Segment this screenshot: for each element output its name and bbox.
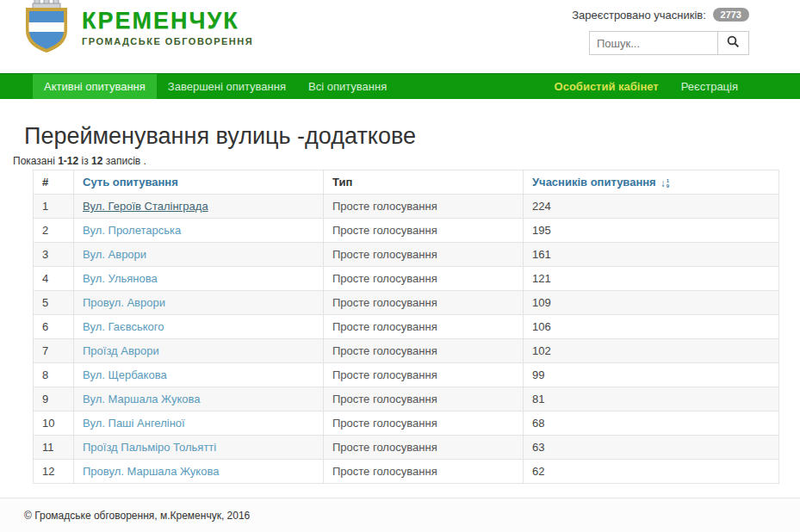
- participants-cell: 161: [524, 243, 779, 267]
- poll-link[interactable]: Вул. Ульянова: [83, 272, 158, 285]
- main-nav: Активні опитуванняЗавершені опитуванняВс…: [0, 73, 800, 99]
- table-row: 7 Проїзд Аврори Просте голосування 102: [34, 339, 779, 363]
- search-box: [572, 31, 749, 55]
- table-header-row: # Суть опитування Тип Учасників опитуван…: [34, 170, 779, 195]
- sort-numeric-icon: ↓19: [660, 178, 669, 189]
- poll-name-cell: Провул. Маршала Жукова: [74, 460, 324, 484]
- header-right: Зареєстровано учасників: 2773: [572, 8, 749, 55]
- poll-link[interactable]: Вул. Аврори: [83, 248, 146, 261]
- poll-name-cell: Вул. Пролетарська: [74, 219, 324, 243]
- poll-link[interactable]: Провул. Аврори: [83, 296, 165, 309]
- row-number-cell: 9: [34, 387, 74, 411]
- participants-cell: 99: [524, 363, 779, 387]
- nav-right-link[interactable]: Реєстрація: [670, 74, 749, 99]
- poll-type-cell: Просте голосування: [324, 267, 524, 291]
- participants-cell: 81: [524, 387, 779, 411]
- row-number-cell: 7: [34, 339, 74, 363]
- poll-type-cell: Просте голосування: [324, 460, 524, 484]
- summary-middle: із: [82, 155, 89, 167]
- summary-prefix: Показані: [13, 155, 55, 167]
- poll-name-cell: Проїзд Аврори: [74, 339, 324, 363]
- polls-table: # Суть опитування Тип Учасників опитуван…: [33, 170, 779, 484]
- column-header-number: #: [34, 170, 74, 195]
- row-number-cell: 4: [34, 267, 74, 291]
- poll-name-cell: Провул. Аврори: [74, 291, 324, 315]
- brand-text: КРЕМЕНЧУК ГРОМАДСЬКЕ ОБГОВОРЕННЯ: [82, 0, 253, 58]
- poll-link[interactable]: Проїзд Аврори: [83, 344, 159, 357]
- poll-type-cell: Просте голосування: [324, 291, 524, 315]
- site-footer: © Громадське обговорення, м.Кременчук, 2…: [0, 498, 800, 532]
- search-icon: [727, 35, 740, 51]
- copyright-text: © Громадське обговорення, м.Кременчук, 2…: [24, 510, 250, 522]
- table-row: 4 Вул. Ульянова Просте голосування 121: [34, 267, 779, 291]
- summary-total: 12: [91, 155, 102, 167]
- row-number-cell: 6: [34, 315, 74, 339]
- poll-link[interactable]: Провул. Маршала Жукова: [83, 465, 219, 478]
- poll-name-cell: Вул. Гаєвського: [74, 315, 324, 339]
- page-title: Перейменування вулиць -додаткове: [24, 123, 800, 149]
- poll-type-cell: Просте голосування: [324, 363, 524, 387]
- poll-name-cell: Проїзд Пальміро Тольятті: [74, 436, 324, 460]
- nav-tab[interactable]: Всі опитування: [297, 74, 398, 99]
- search-button[interactable]: [718, 31, 749, 55]
- row-number-cell: 8: [34, 363, 74, 387]
- table-row: 1 Вул. Героїв Сталінграда Просте голосув…: [34, 195, 779, 219]
- table-row: 11 Проїзд Пальміро Тольятті Просте голос…: [34, 436, 779, 460]
- poll-link[interactable]: Вул. Маршала Жукова: [83, 393, 200, 405]
- registered-label: Зареєстровано учасників:: [572, 9, 706, 22]
- table-row: 12 Провул. Маршала Жукова Просте голосув…: [34, 460, 779, 484]
- table-row: 6 Вул. Гаєвського Просте голосування 106: [34, 315, 779, 339]
- search-input[interactable]: [589, 31, 718, 55]
- poll-link[interactable]: Вул. Героїв Сталінграда: [83, 200, 208, 213]
- row-number-cell: 1: [34, 195, 74, 219]
- poll-link[interactable]: Вул. Щербакова: [83, 368, 167, 381]
- table-row: 2 Вул. Пролетарська Просте голосування 1…: [34, 219, 779, 243]
- column-header-name[interactable]: Суть опитування: [74, 170, 324, 195]
- poll-name-cell: Вул. Героїв Сталінграда: [74, 195, 324, 219]
- registered-count-badge: 2773: [713, 8, 749, 22]
- poll-type-cell: Просте голосування: [324, 339, 524, 363]
- main-content: Перейменування вулиць -додаткове Показан…: [0, 99, 800, 498]
- row-number-cell: 2: [34, 219, 74, 243]
- poll-link[interactable]: Вул. Паші Ангеліної: [83, 417, 185, 430]
- site-header: КРЕМЕНЧУК ГРОМАДСЬКЕ ОБГОВОРЕННЯ Зареєст…: [0, 0, 800, 73]
- column-header-participants[interactable]: Учасників опитування↓19: [524, 170, 779, 195]
- brand-subtitle: ГРОМАДСЬКЕ ОБГОВОРЕННЯ: [82, 36, 253, 46]
- nav-right-link[interactable]: Особистий кабінет: [543, 74, 670, 99]
- participants-cell: 224: [524, 195, 779, 219]
- table-row: 8 Вул. Щербакова Просте голосування 99: [34, 363, 779, 387]
- poll-type-cell: Просте голосування: [324, 195, 524, 219]
- poll-link[interactable]: Вул. Гаєвського: [83, 320, 164, 333]
- poll-type-cell: Просте голосування: [324, 387, 524, 411]
- participants-cell: 102: [524, 339, 779, 363]
- participants-cell: 121: [524, 267, 779, 291]
- registered-participants: Зареєстровано учасників: 2773: [572, 8, 749, 22]
- poll-name-cell: Вул. Паші Ангеліної: [74, 411, 324, 436]
- brand-home-link[interactable]: КРЕМЕНЧУК ГРОМАДСЬКЕ ОБГОВОРЕННЯ: [22, 0, 253, 58]
- poll-name-cell: Вул. Ульянова: [74, 267, 324, 291]
- nav-right: Особистий кабінетРеєстрація: [543, 74, 749, 99]
- poll-link[interactable]: Проїзд Пальміро Тольятті: [83, 441, 216, 454]
- poll-type-cell: Просте голосування: [324, 243, 524, 267]
- row-number-cell: 12: [34, 460, 74, 484]
- poll-type-cell: Просте голосування: [324, 315, 524, 339]
- nav-tab[interactable]: Завершені опитування: [157, 74, 297, 99]
- row-number-cell: 5: [34, 291, 74, 315]
- summary-range: 1-12: [58, 155, 78, 167]
- row-number-cell: 10: [34, 411, 74, 436]
- row-number-cell: 11: [34, 436, 74, 460]
- participants-cell: 68: [524, 411, 779, 436]
- participants-cell: 106: [524, 315, 779, 339]
- participants-cell: 195: [524, 219, 779, 243]
- poll-link[interactable]: Вул. Пролетарська: [83, 224, 181, 237]
- poll-type-cell: Просте голосування: [324, 219, 524, 243]
- row-number-cell: 3: [34, 243, 74, 267]
- results-summary: Показані 1-12 із 12 записів .: [13, 155, 800, 167]
- nav-tab[interactable]: Активні опитування: [33, 74, 157, 99]
- poll-name-cell: Вул. Аврори: [74, 243, 324, 267]
- table-row: 3 Вул. Аврори Просте голосування 161: [34, 243, 779, 267]
- table-row: 9 Вул. Маршала Жукова Просте голосування…: [34, 387, 779, 411]
- table-row: 5 Провул. Аврори Просте голосування 109: [34, 291, 779, 315]
- summary-suffix: записів .: [106, 155, 146, 167]
- column-header-type: Тип: [324, 170, 524, 195]
